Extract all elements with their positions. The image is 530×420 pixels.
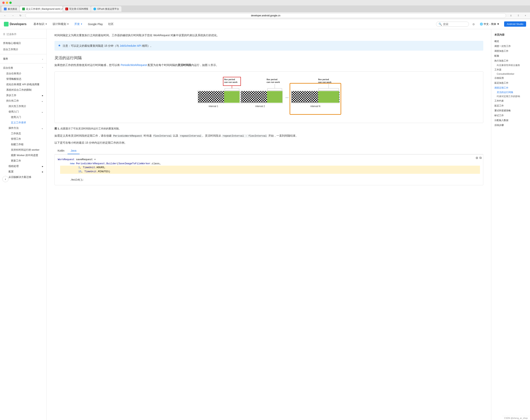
search-input[interactable] bbox=[443, 23, 466, 26]
code-tabs: Kotlin Java bbox=[55, 148, 483, 154]
globe-icon: 🌐 bbox=[480, 23, 483, 26]
toc-item-periodic[interactable]: 调度定期工作 bbox=[494, 85, 527, 90]
toc-item-exec-expedited[interactable]: 执行加急工作 bbox=[494, 58, 527, 63]
tab-csdn[interactable]: C 写文章-CSDN博客 bbox=[63, 6, 91, 12]
toc-item-one-time[interactable]: 调度一次性工作 bbox=[494, 44, 527, 49]
sidebar-item-manage-work[interactable]: 管理工作 bbox=[8, 136, 46, 142]
sidebar-divider3 bbox=[0, 63, 46, 63]
sidebar-item-bg-tasks-intro[interactable]: 后台任务简介 bbox=[3, 71, 46, 76]
filter-icon: ☰ bbox=[3, 33, 5, 36]
periodic-link[interactable]: PeriodicWorkRequest bbox=[121, 63, 147, 67]
sidebar-back-btn[interactable]: ‹ bbox=[2, 176, 9, 182]
chevron-down-icon: ▼ bbox=[81, 23, 83, 25]
toc-item-retry-policy[interactable]: 重试和退避策略 bbox=[494, 108, 527, 113]
brightness-icon[interactable]: ☼ bbox=[472, 22, 475, 26]
close-btn[interactable] bbox=[2, 1, 5, 4]
diagram-svg: ... flex period can run work bbox=[59, 75, 479, 118]
toc-item-quota[interactable]: 配额 bbox=[494, 54, 527, 58]
svg-text:can run work: can run work bbox=[318, 81, 332, 83]
sidebar-item-update-work[interactable]: 更新工作 bbox=[8, 158, 46, 164]
lang-button[interactable]: 🌐 中文 - 简体 ▼ bbox=[478, 22, 501, 27]
sidebar-item-getting-started[interactable]: 使用入门 ⌄ bbox=[5, 109, 46, 114]
sidebar-item-methods[interactable]: 操作方法 ⌄ bbox=[5, 125, 46, 131]
toc-item-worker[interactable]: 工作器 bbox=[494, 67, 527, 72]
android-studio-button[interactable]: Android Studio bbox=[504, 21, 526, 27]
svg-text:flex period: flex period bbox=[318, 78, 329, 81]
sidebar-item-work-chain[interactable]: 创建工作链 bbox=[8, 142, 46, 147]
sidebar-item-define-work-request[interactable]: 定义工作请求 bbox=[8, 120, 46, 125]
nav-item-design[interactable]: 设计和规划 ▼ bbox=[50, 21, 71, 27]
svg-text:interval N: interval N bbox=[310, 105, 321, 108]
tab-icon-opush bbox=[93, 8, 96, 10]
sidebar-item-work-state[interactable]: 工作状态 bbox=[8, 131, 46, 136]
top-nav: Developers 基本知识 ▼ 设计和规划 ▼ 开发 ▼ Google Pl… bbox=[0, 19, 530, 29]
forward-btn[interactable]: → bbox=[10, 14, 15, 18]
maximize-btn[interactable] bbox=[9, 1, 12, 4]
sidebar-section-services[interactable]: 服务 ⌄ bbox=[0, 56, 46, 62]
sidebar-divider2 bbox=[0, 54, 46, 54]
toc-item-foreground[interactable]: 向后兼容性和前台服务 bbox=[494, 63, 527, 67]
nav-item-develop[interactable]: 开发 ▼ bbox=[72, 21, 85, 27]
sidebar-item-bg-limits[interactable]: 系统对后台工作的限制 bbox=[3, 87, 46, 93]
toc-item-sample-app[interactable]: 示例应用 bbox=[494, 76, 527, 81]
share-btn[interactable]: ⇧ bbox=[516, 14, 521, 18]
toc-item-tag-work[interactable]: 标记工作 bbox=[494, 113, 527, 118]
toc-item-delayed-work[interactable]: 延迟工作 bbox=[494, 103, 527, 108]
new-tab-btn[interactable]: + bbox=[523, 14, 528, 18]
bottom-bar-text: CSDN @sheng_ar_shop bbox=[504, 417, 528, 419]
toc-item-expedited[interactable]: 调度加急工作 bbox=[494, 49, 527, 54]
sidebar-item-worker-progress[interactable]: 观察 Worker 的中间进度 bbox=[8, 153, 46, 158]
toc-item-flex-interval[interactable]: 灵活的运行间隔 bbox=[494, 90, 527, 94]
svg-text:flex period: flex period bbox=[224, 78, 235, 81]
refresh-btn[interactable]: ↻ bbox=[18, 14, 23, 18]
tab-opush[interactable]: OPush 推送运营平台 bbox=[91, 6, 121, 12]
search-box[interactable]: 🔍 bbox=[436, 22, 469, 27]
download-btn[interactable]: ⇓ bbox=[508, 14, 514, 18]
nav-item-basics[interactable]: 基本知识 ▼ bbox=[31, 21, 49, 27]
toc-item-constraints-periodic[interactable]: 约束对定期工作的影响 bbox=[494, 94, 527, 98]
sidebar-item-persistent-intro[interactable]: 持久性工作简介 bbox=[5, 104, 46, 109]
sidebar-item-persistent-work[interactable]: 持久性工作 ⌄ bbox=[3, 98, 46, 104]
sidebar-item-background-intro[interactable]: 后台工作简介 bbox=[0, 46, 46, 53]
logo[interactable]: Developers bbox=[4, 22, 27, 27]
sidebar-item-threading[interactable]: 线程处理 ▸ bbox=[5, 164, 46, 169]
sidebar-item-all-domains[interactable]: 所有核心领域日 bbox=[0, 40, 46, 46]
sidebar-item-migrate[interactable]: 从旧版解决方案迁移 bbox=[5, 174, 46, 180]
nav-item-googleplay[interactable]: Google Play bbox=[86, 21, 105, 27]
chevron-down-icon: ⌄ bbox=[42, 58, 44, 60]
back-btn[interactable]: ← bbox=[2, 14, 8, 18]
tab-jiguang[interactable]: 极光推送 bbox=[1, 6, 19, 12]
svg-rect-9 bbox=[267, 91, 282, 103]
nav-item-community[interactable]: 社区 bbox=[106, 21, 116, 27]
sidebar-getting-started-children: 使用入门 定义工作请求 bbox=[5, 114, 46, 125]
filter-input[interactable] bbox=[6, 33, 44, 36]
tab-java[interactable]: Java bbox=[68, 148, 80, 154]
sidebar-item-async-work[interactable]: 异步工作 ▸ bbox=[3, 93, 46, 98]
sidebar-item-long-running-worker[interactable]: 支持长时间运行的 worker bbox=[8, 147, 46, 153]
toc-item-coroutine[interactable]: CoroutineWorker bbox=[494, 72, 527, 76]
code-block: ⚙ ⧉ WorkRequest saveRequest = new Period… bbox=[55, 154, 483, 185]
minimize-btn[interactable] bbox=[6, 1, 8, 4]
sidebar-item-getting-started-sub[interactable]: 使用入门 bbox=[8, 114, 46, 120]
tab-android[interactable]: 定义工作请求 | Background work | Android Devel… bbox=[20, 6, 63, 12]
toc-item-input-data[interactable]: 分配输入数据 bbox=[494, 118, 527, 123]
sidebar-section-bg-tasks[interactable]: 后台任务 ⌃ bbox=[0, 65, 46, 71]
sidebar-persistent-children: 持久性工作简介 使用入门 ⌄ 使用入门 定义工作请求 操作方法 ⌄ 工作状态 管… bbox=[3, 104, 46, 180]
toc-item-next-steps[interactable]: 后续步骤 bbox=[494, 123, 527, 128]
chevron-right-icon: ▸ bbox=[42, 94, 44, 97]
sidebar-item-battery-api[interactable]: 优化任务调度 API 的电池用量 bbox=[3, 82, 46, 87]
toc-item-delayed-expedited[interactable]: 延迟加急工作 bbox=[494, 81, 527, 85]
notice-link[interactable]: JobScheduler API bbox=[120, 44, 141, 47]
sidebar-item-wake-state[interactable]: 管理唤醒状态 bbox=[3, 76, 46, 82]
fig-caption: 图 1. 此图显示了可在灵活时间段内运行工作的的重复间隔。 bbox=[55, 127, 483, 130]
settings-icon[interactable]: ⚙ bbox=[475, 156, 478, 160]
copy-icon[interactable]: ⧉ bbox=[479, 156, 482, 160]
sidebar: ☰ 所有核心领域日 后台工作简介 服务 ⌄ 后台任务 ⌃ 后台任务简介 管理唤醒… bbox=[0, 29, 47, 420]
section-title: 灵活的运行间隔 bbox=[55, 55, 483, 60]
address-input[interactable]: developer.android.google.cn bbox=[25, 13, 506, 18]
sidebar-item-config[interactable]: 配置 ▸ bbox=[5, 169, 46, 174]
toc-item-work-constraints[interactable]: 工作约束 bbox=[494, 98, 527, 103]
toc-item-overview[interactable]: 概览 bbox=[494, 39, 527, 44]
tab-kotlin[interactable]: Kotlin bbox=[55, 148, 68, 154]
tab-label-opush: OPush 推送运营平台 bbox=[97, 7, 119, 11]
